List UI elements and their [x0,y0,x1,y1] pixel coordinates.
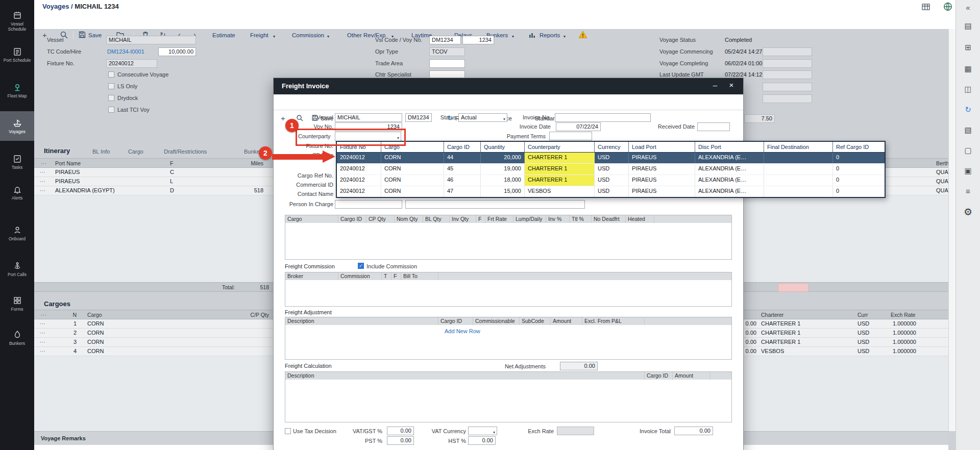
payment-terms-field[interactable] [549,132,592,140]
currency-cell: USD [595,175,629,186]
dropdown-row[interactable]: 20240012 CORN 45 19,000 CHARTERER 1 USD … [337,164,885,175]
vessel-field[interactable]: MICHAIL [335,113,402,122]
save-button[interactable]: Save [88,32,102,38]
received-date-field[interactable] [697,122,730,131]
invoice-no-field[interactable] [555,113,651,122]
row-menu-button[interactable]: ⋯ [40,320,46,327]
close-button[interactable]: × [726,81,737,89]
tc-hire-field[interactable]: 10,000.00 [158,47,196,56]
pst-field[interactable]: 0.00 [387,436,414,445]
globe-icon[interactable] [943,2,953,12]
voyage-status-label: Voyage Status [659,37,696,43]
net-adjustments-field[interactable]: 0.00 [560,362,598,370]
sidebar-item-label: Tasks [2,165,33,170]
vessel-code-field[interactable]: DM1234 [405,113,432,122]
row-menu-button[interactable]: ⋯ [40,330,46,336]
opr-type-field[interactable]: TCOV [429,47,465,56]
row-menu-button[interactable]: ⋯ [40,187,46,194]
tab-draft-restrictions[interactable]: Draft/Restrictions [164,148,207,155]
use-tax-decision-checkbox[interactable] [285,428,291,434]
dropdown-row-selected[interactable]: 20240012 CORN 44 20,000 CHARTERER 1 USD … [337,153,885,164]
sidebar-item-fleet-map[interactable]: Fleet Map [0,76,34,105]
layers-icon[interactable]: ▧ [956,126,980,135]
n-cell: 4 [65,348,77,354]
sync-icon[interactable]: ↻ [956,105,980,114]
col-amount: Amount [551,317,582,325]
ref-cargo-id-cell: 0 [833,164,883,174]
add-button[interactable]: + [42,31,47,39]
status-select[interactable]: Actual▾ [458,113,507,122]
save-icon[interactable] [78,31,86,39]
person-in-charge-name-field[interactable] [405,200,585,209]
consecutive-voyage-checkbox[interactable] [108,71,114,78]
last-update-gmt-label: Last Update GMT [659,71,704,78]
vat-gst-field[interactable]: 0.00 [387,427,414,435]
sidebar-item-tasks[interactable]: Tasks [0,147,34,177]
minimize-button[interactable]: – [709,81,721,89]
breadcrumb-section[interactable]: Voyages / [42,3,73,10]
cargo-table-body[interactable] [285,223,732,260]
row-menu-button[interactable]: ⋯ [40,169,46,176]
table-view-icon[interactable] [921,3,930,12]
exch-rate-field[interactable] [557,427,594,435]
invoice-date-field[interactable]: 07/22/24 [556,122,601,131]
trade-area-field[interactable] [429,59,465,68]
document-icon[interactable]: ▢ [956,146,980,155]
row-menu-button[interactable]: ⋯ [40,178,46,185]
vessel-field[interactable]: MICHAIL [106,36,196,44]
warning-icon[interactable] [578,30,587,39]
sidebar-item-port-schedule[interactable]: Port Schedule [0,40,34,69]
empty-field-2[interactable] [763,94,812,103]
menu-reports[interactable]: Reports [540,32,560,38]
empty-field-1[interactable] [763,83,812,91]
menu-estimate[interactable]: Estimate [212,32,235,38]
last-tci-voy-checkbox[interactable] [108,107,114,113]
sidebar-item-port-calls[interactable]: Port Calls [0,254,34,284]
panel-icon[interactable]: ◫ [956,85,980,94]
sidebar-item-voyages[interactable]: Voyages [0,111,34,141]
voyage-completing-field[interactable] [763,59,812,68]
hst-field[interactable]: 0.00 [468,436,496,445]
settings-gear-icon[interactable]: ⚙ [956,206,980,218]
dropdown-row[interactable]: 20240012 CORN 47 15,000 VESBOS USD PIRAE… [337,186,885,197]
row-menu-button[interactable]: ⋯ [40,348,46,355]
menu-commission[interactable]: Commission [292,32,324,38]
drydock-checkbox[interactable] [108,95,114,101]
vsl-code-field[interactable]: DM1234 [429,36,461,44]
invoice-total-field[interactable]: 0.00 [674,427,713,435]
journal-icon[interactable]: ▦ [956,64,980,73]
calculation-table-body[interactable] [285,380,732,422]
vat-currency-select[interactable]: ▾ [468,427,497,435]
voy-no-field[interactable]: 1234 [462,36,494,44]
tc-code-link[interactable]: DM1234-I0001 [107,48,144,55]
notes-icon[interactable]: ≡ [956,187,980,195]
collapse-panel-icon[interactable]: « [956,3,980,12]
add-new-row-link[interactable]: Add New Row [445,328,480,334]
save-slot-icon[interactable]: ▣ [956,166,980,176]
sidebar-item-onboard[interactable]: Onboard [0,218,34,248]
row-menu-button[interactable]: ⋯ [40,339,46,345]
menu-freight[interactable]: Freight [250,32,268,38]
sidebar-item-bunkers[interactable]: Bunkers [0,323,34,353]
voyage-commencing-value: 05/24/24 14:27 [725,48,762,55]
tab-bl-info[interactable]: BL Info [92,148,110,155]
sidebar-item-alerts[interactable]: Alerts [0,178,34,207]
last-update-gmt-field[interactable] [763,70,812,79]
charterer-cell: CHARTERER 1 [761,339,800,345]
person-in-charge-field[interactable] [335,200,402,209]
sidebar-item-forms[interactable]: Forms [0,289,34,318]
sidebar-item-vessel-schedule[interactable]: Vessel Schedule [0,6,34,36]
voyage-commencing-field[interactable] [763,47,812,56]
cargo-cell: CORN [381,164,444,174]
chart-icon [528,31,536,39]
commission-table-body[interactable] [285,280,732,307]
calculator-icon[interactable]: ⊞ [956,43,980,52]
ls-only-checkbox[interactable] [108,83,114,89]
fixture-no-field[interactable]: 20240012 [106,59,157,68]
dropdown-row[interactable]: 20240012 CORN 46 18,000 CHARTERER 1 USD … [337,175,885,186]
map-pin-icon [12,82,22,92]
rate-field[interactable]: 7.50 [744,114,775,123]
include-commission-checkbox[interactable]: ✓ [358,263,364,269]
activity-icon[interactable]: ▤ [956,21,980,31]
tab-cargo[interactable]: Cargo [128,148,143,155]
